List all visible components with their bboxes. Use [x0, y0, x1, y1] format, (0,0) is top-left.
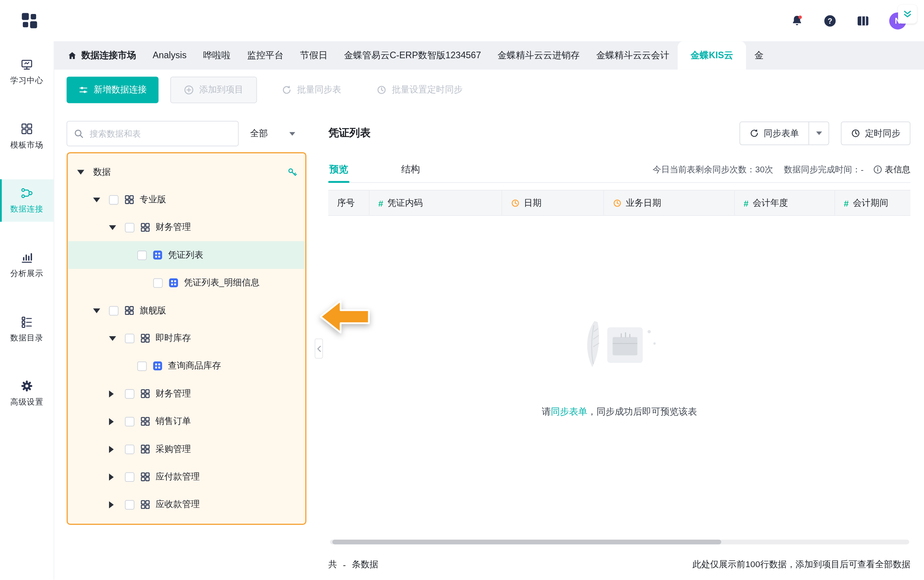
table-info-button[interactable]: 表信息: [873, 164, 910, 175]
sidebar-item-advanced-settings[interactable]: 高级设置: [0, 372, 54, 415]
connection-tab[interactable]: 哗啦啦: [195, 41, 239, 69]
caret-down-icon[interactable]: [93, 308, 100, 313]
tree-node[interactable]: 即时库存: [68, 325, 305, 352]
sidebar-item-data-connection[interactable]: 数据连接: [0, 179, 54, 222]
tree-node-label: 数据: [93, 166, 111, 177]
tree-node-label: 即时库存: [156, 333, 191, 344]
tab-overflow-button[interactable]: [898, 5, 917, 24]
data-catalog-icon: [20, 315, 34, 328]
caret-right-icon[interactable]: [109, 501, 114, 508]
explorer-search-row: 全部: [67, 121, 306, 146]
connection-tab[interactable]: 金蝶KIS云: [678, 41, 746, 69]
caret-right-icon[interactable]: [109, 473, 114, 480]
tree-node[interactable]: 应付款管理: [68, 463, 305, 490]
connection-tab-label: 哗啦啦: [203, 49, 231, 62]
tree-node-label: 凭证列表: [168, 250, 203, 261]
scheduled-sync-button[interactable]: 定时同步: [841, 122, 910, 145]
scrollbar-thumb[interactable]: [332, 540, 722, 544]
connection-tab-label: 金蝶精斗云云进销存: [498, 49, 580, 62]
tree-checkbox[interactable]: [109, 195, 118, 204]
tree-checkbox[interactable]: [125, 389, 134, 398]
tree-checkbox[interactable]: [125, 445, 134, 454]
caret-down-icon[interactable]: [109, 225, 116, 230]
dataset-icon: [140, 416, 151, 426]
dataset-icon: [140, 472, 151, 482]
tree-node[interactable]: 专业版: [68, 186, 305, 214]
tab-structure[interactable]: 结构: [400, 157, 421, 182]
app-root: ? N 学习中心模板市场数据连接分析展示数据目录高级设置 数据连接市场Analy…: [0, 0, 924, 580]
connection-tab[interactable]: 节假日: [292, 41, 336, 69]
search-input[interactable]: [67, 121, 239, 146]
number-type-icon: #: [744, 198, 749, 208]
dataset-icon: [140, 500, 151, 510]
tree-node[interactable]: 销售订单: [68, 408, 305, 435]
connection-tab[interactable]: 金蝶精斗云云进销存: [489, 41, 588, 69]
connection-tab-label: 节假日: [300, 49, 328, 62]
tree-node[interactable]: 采购管理: [68, 435, 305, 463]
tree-node[interactable]: 财务管理: [68, 214, 305, 241]
header-actions: ? N: [790, 0, 906, 41]
collapse-panel-handle[interactable]: [315, 339, 323, 359]
connection-tab[interactable]: Analysis: [144, 41, 195, 69]
caret-down-icon[interactable]: [109, 336, 116, 340]
sync-form-link[interactable]: 同步表单: [551, 406, 587, 417]
filter-value: 全部: [250, 128, 268, 139]
caret-down-icon[interactable]: [93, 197, 100, 202]
tab-preview[interactable]: 预览: [328, 157, 350, 182]
tree-node[interactable]: 数据: [68, 158, 305, 186]
tree-node-label: 财务管理: [156, 388, 191, 399]
tree-checkbox[interactable]: [153, 278, 163, 287]
notification-bell-icon[interactable]: [790, 14, 804, 28]
template-market-icon: [20, 122, 34, 135]
sidebar-item-analysis[interactable]: 分析展示: [0, 243, 54, 286]
tree-node[interactable]: 凭证列表: [68, 241, 305, 269]
row-count: 共 - 条数据: [328, 559, 378, 570]
caret-down-icon[interactable]: [77, 170, 84, 174]
clock-icon: [511, 198, 520, 207]
tree-checkbox[interactable]: [109, 306, 118, 315]
connection-tab[interactable]: 金: [746, 41, 772, 69]
add-to-project-button[interactable]: 添加到项目: [170, 76, 257, 103]
tree-checkbox[interactable]: [137, 250, 147, 260]
chevron-left-icon: [317, 345, 321, 352]
dataset-icon: [140, 333, 151, 343]
svg-text:?: ?: [828, 16, 832, 25]
sync-options-caret[interactable]: [808, 122, 829, 144]
tree-node[interactable]: 应收款管理: [68, 491, 305, 518]
help-icon[interactable]: ?: [823, 14, 837, 28]
tree-node[interactable]: 凭证列表_明细信息: [68, 269, 305, 297]
column-header: 业务日期: [604, 191, 735, 215]
sidebar-item-template-market[interactable]: 模板市场: [0, 115, 54, 157]
batch-sync-button[interactable]: 批量同步表: [277, 76, 346, 103]
sidebar-item-data-catalog[interactable]: 数据目录: [0, 308, 54, 350]
type-filter-dropdown[interactable]: 全部: [239, 128, 306, 139]
tree-checkbox[interactable]: [125, 333, 134, 343]
tree-checkbox[interactable]: [125, 472, 134, 481]
connection-tab[interactable]: 金蝶精斗云云会计: [588, 41, 678, 69]
sidebar-item-learning-center[interactable]: 学习中心: [0, 51, 54, 93]
tree-node[interactable]: 旗舰版: [68, 297, 305, 324]
table-actions: 同步表单 定时同步: [739, 122, 910, 145]
batch-schedule-button[interactable]: 批量设置定时同步: [372, 76, 467, 103]
tree-checkbox[interactable]: [125, 417, 134, 426]
caret-right-icon[interactable]: [109, 446, 114, 453]
connection-tab[interactable]: 监控平台: [239, 41, 292, 69]
app-logo[interactable]: [21, 12, 38, 29]
connection-tab-label: 金蝶管易云C-ERP数智版1234567: [344, 49, 481, 62]
plus-circle-icon: [184, 85, 194, 95]
new-data-connection-button[interactable]: 新增数据连接: [67, 76, 159, 103]
layout-grid-icon[interactable]: [856, 14, 870, 28]
tree-node[interactable]: 财务管理: [68, 380, 305, 407]
sidebar-item-label: 分析展示: [10, 268, 43, 279]
tree-node[interactable]: 查询商品库存: [68, 352, 305, 380]
caret-right-icon[interactable]: [109, 390, 114, 397]
tree-checkbox[interactable]: [125, 222, 134, 232]
sync-form-button[interactable]: 同步表单: [740, 122, 808, 144]
horizontal-scrollbar[interactable]: [330, 540, 909, 544]
tree-checkbox[interactable]: [125, 500, 134, 509]
permission-icon[interactable]: [287, 167, 298, 177]
tree-checkbox[interactable]: [137, 361, 147, 370]
caret-right-icon[interactable]: [109, 418, 114, 425]
connection-tab[interactable]: 金蝶管易云C-ERP数智版1234567: [336, 41, 489, 69]
connection-tab[interactable]: 数据连接市场: [66, 41, 144, 69]
